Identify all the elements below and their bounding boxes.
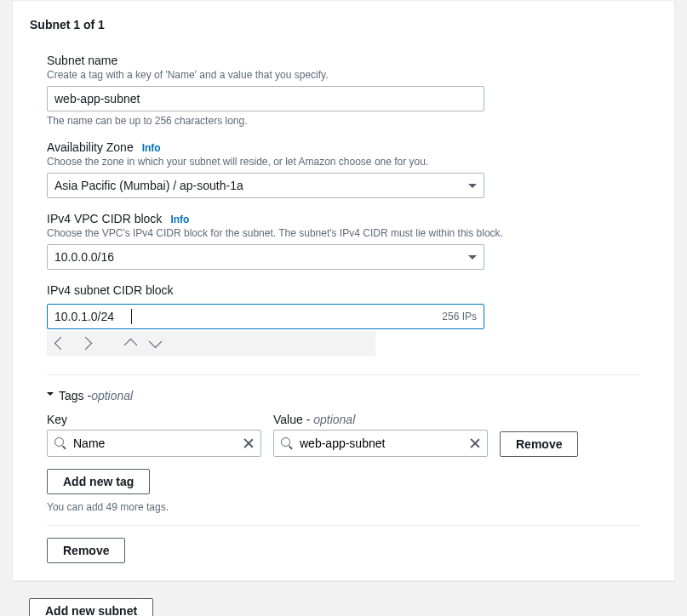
cidr-increase-icon[interactable]: [124, 338, 138, 351]
vpc-cidr-label: IPv4 VPC CIDR block: [47, 212, 162, 227]
tag-key-label: Key: [47, 413, 261, 430]
text-cursor: [131, 309, 132, 324]
tags-header-text: Tags -: [59, 389, 91, 402]
tag-key-input-field[interactable]: [73, 436, 237, 450]
vpc-cidr-selected-value: 10.0.0.0/16: [54, 250, 114, 264]
subnet-cidr-ip-count: 256 IPs: [442, 311, 477, 322]
chevron-down-icon: [468, 184, 477, 188]
subnet-cidr-input[interactable]: 256 IPs: [47, 304, 484, 329]
tag-limit-text: You can add 49 more tags.: [47, 501, 640, 513]
tag-value-input[interactable]: [273, 430, 488, 457]
cidr-stepper-toolbar: [47, 331, 375, 356]
search-icon: [54, 437, 66, 449]
tags-header-optional: optional: [91, 389, 133, 402]
tag-value-label: Value -: [273, 413, 313, 426]
add-tag-button[interactable]: Add new tag: [47, 469, 150, 494]
az-info-link[interactable]: Info: [142, 142, 161, 154]
tag-remove-button[interactable]: Remove: [500, 431, 578, 457]
cidr-prev-icon[interactable]: [54, 336, 68, 350]
az-label: Availability Zone: [47, 140, 134, 156]
az-hint: Choose the zone in which your subnet wil…: [47, 156, 657, 168]
subnet-name-label: Subnet name: [47, 54, 657, 69]
tags-toggle[interactable]: Tags - optional: [47, 389, 640, 402]
clear-icon[interactable]: [243, 438, 254, 448]
search-icon: [281, 437, 293, 449]
cidr-decrease-icon[interactable]: [149, 334, 163, 348]
tag-value-optional: optional: [313, 413, 355, 426]
section-title: Subnet 1 of 1: [30, 1, 657, 40]
subnet-name-input[interactable]: [47, 86, 484, 111]
caret-down-icon: [47, 392, 54, 396]
add-subnet-button[interactable]: Add new subnet: [29, 598, 153, 616]
chevron-down-icon: [468, 255, 477, 260]
subnet-remove-button[interactable]: Remove: [47, 538, 125, 563]
vpc-cidr-select[interactable]: 10.0.0.0/16: [47, 244, 484, 270]
az-select[interactable]: Asia Pacific (Mumbai) / ap-south-1a: [47, 173, 484, 198]
az-selected-value: Asia Pacific (Mumbai) / ap-south-1a: [54, 179, 243, 192]
subnet-cidr-label: IPv4 subnet CIDR block: [47, 283, 657, 299]
subnet-name-input-field[interactable]: [54, 92, 477, 106]
vpc-cidr-info-link[interactable]: Info: [170, 214, 189, 225]
subnet-name-hint: Create a tag with a key of 'Name' and a …: [47, 69, 657, 81]
subnet-cidr-input-field[interactable]: [54, 310, 131, 323]
cidr-next-icon[interactable]: [79, 336, 93, 350]
tag-value-input-field[interactable]: [300, 436, 463, 450]
vpc-cidr-hint: Choose the VPC's IPv4 CIDR block for the…: [47, 227, 657, 239]
subnet-name-after-hint: The name can be up to 256 characters lon…: [47, 115, 657, 127]
tag-key-input[interactable]: [47, 430, 261, 457]
clear-icon[interactable]: [470, 438, 480, 448]
